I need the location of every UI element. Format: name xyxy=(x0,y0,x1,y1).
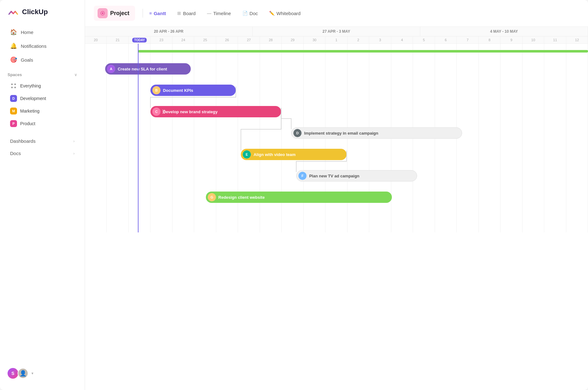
date-range-1: 27 APR - 3 MAY xyxy=(253,27,421,36)
sidebar-item-marketing[interactable]: M Marketing xyxy=(3,105,82,117)
task-label: Implement strategy in email campaign xyxy=(304,131,378,136)
task-row[interactable]: FPlan new TV ad campaign xyxy=(85,166,588,185)
day-cell-2: 2 xyxy=(348,36,369,43)
day-cell-10: 10 xyxy=(523,36,544,43)
task-avatar: E xyxy=(243,150,251,159)
user-avatar-photo: 👤 xyxy=(18,368,28,379)
everything-icon xyxy=(10,82,17,89)
development-badge: D xyxy=(10,95,17,102)
topbar: Project ≡ Gantt ⊞ Board — Timeline 📄 Doc… xyxy=(85,0,588,27)
gantt-body[interactable]: ACreate new SLA for clientBDocument KPIs… xyxy=(85,44,588,390)
task-label: Document KPIs xyxy=(163,88,193,93)
whiteboard-icon: ✏️ xyxy=(269,11,274,16)
day-cell-30: 30 xyxy=(304,36,325,43)
date-ranges-row: 20 APR - 26 APR 27 APR - 3 MAY 4 MAY - 1… xyxy=(85,27,588,36)
task-bar-t7[interactable]: GRedesign client website xyxy=(206,192,392,203)
spaces-chevron-icon[interactable]: ∨ xyxy=(74,73,77,77)
task-row[interactable]: GRedesign client website xyxy=(85,188,588,207)
task-row[interactable]: DImplement strategy in email campaign xyxy=(85,124,588,142)
dashboards-arrow-icon: › xyxy=(73,139,75,143)
task-bar-t2[interactable]: BDocument KPIs xyxy=(150,85,236,96)
product-badge: P xyxy=(10,120,17,127)
board-icon: ⊞ xyxy=(177,11,181,16)
svg-text:A: A xyxy=(110,67,112,71)
task-row[interactable]: BDocument KPIs xyxy=(85,81,588,100)
topbar-divider xyxy=(143,9,143,18)
progress-bar-row xyxy=(85,49,588,53)
day-cell-24: 24 xyxy=(172,36,194,43)
sidebar-item-home[interactable]: 🏠 Home xyxy=(3,25,82,39)
svg-text:D: D xyxy=(296,131,299,135)
day-cell-8: 8 xyxy=(479,36,500,43)
sidebar-item-dashboards[interactable]: Dashboards › xyxy=(3,135,82,147)
view-tabs: ≡ Gantt ⊞ Board — Timeline 📄 Doc ✏️ Whit… xyxy=(144,8,306,18)
task-avatar: B xyxy=(152,86,161,94)
date-range-0: 20 APR - 26 APR xyxy=(85,27,253,36)
gantt-view: 20 APR - 26 APR 27 APR - 3 MAY 4 MAY - 1… xyxy=(85,27,588,390)
sidebar-item-docs[interactable]: Docs › xyxy=(3,147,82,159)
user-dropdown-icon[interactable]: ▾ xyxy=(31,371,33,376)
sidebar-item-notifications[interactable]: 🔔 Notifications xyxy=(3,39,82,53)
sidebar-item-development[interactable]: D Development xyxy=(3,92,82,105)
task-row[interactable]: EAlign with video team xyxy=(85,145,588,164)
tab-doc[interactable]: 📄 Doc xyxy=(237,8,263,18)
task-bar-t6[interactable]: FPlan new TV ad campaign xyxy=(296,170,417,181)
marketing-label: Marketing xyxy=(20,109,39,114)
task-row[interactable]: ACreate new SLA for client xyxy=(85,59,588,78)
goals-label: Goals xyxy=(21,57,33,63)
project-button[interactable]: Project xyxy=(94,6,135,21)
task-avatar: C xyxy=(152,108,161,116)
svg-text:G: G xyxy=(210,195,213,199)
day-cell-27: 27 xyxy=(238,36,260,43)
day-cell-26: 26 xyxy=(216,36,238,43)
day-cells-row: 2021TODAY2324252627282930123456789101112 xyxy=(85,36,588,43)
task-label: Create new SLA for client xyxy=(118,67,167,71)
day-cell-25: 25 xyxy=(194,36,216,43)
task-row[interactable]: CDevelop new brand strategy xyxy=(85,102,588,121)
home-icon: 🏠 xyxy=(10,29,17,36)
user-area[interactable]: S 👤 ▾ xyxy=(0,363,85,384)
task-bar-t1[interactable]: ACreate new SLA for client xyxy=(105,63,191,75)
task-bar-t5[interactable]: EAlign with video team xyxy=(241,149,347,160)
sidebar-item-goals[interactable]: 🎯 Goals xyxy=(3,53,82,67)
app-name: ClickUp xyxy=(22,8,48,16)
day-cell-5: 5 xyxy=(413,36,435,43)
svg-text:E: E xyxy=(246,153,248,156)
user-avatar-s: S xyxy=(8,368,18,379)
progress-bar-fill xyxy=(138,50,588,53)
tab-whiteboard[interactable]: ✏️ Whiteboard xyxy=(264,8,306,18)
task-avatar: G xyxy=(208,193,216,201)
sidebar-item-product[interactable]: P Product xyxy=(3,117,82,130)
tab-board[interactable]: ⊞ Board xyxy=(172,8,201,18)
svg-point-1 xyxy=(14,84,16,85)
marketing-badge: M xyxy=(10,108,17,114)
drag-grip[interactable] xyxy=(162,110,165,114)
svg-point-0 xyxy=(11,84,13,85)
task-bar-t3[interactable]: CDevelop new brand strategy xyxy=(150,106,281,117)
sidebar-item-everything[interactable]: Everything xyxy=(3,80,82,92)
today-line xyxy=(138,44,139,232)
task-label: Plan new TV ad campaign xyxy=(309,174,359,178)
task-label: Redesign client website xyxy=(218,195,265,200)
everything-label: Everything xyxy=(20,83,41,88)
project-icon xyxy=(98,8,108,18)
doc-icon: 📄 xyxy=(242,11,248,16)
task-avatar: D xyxy=(293,129,302,137)
logo-area: ClickUp xyxy=(0,6,85,25)
day-cell-21: 21 xyxy=(107,36,128,43)
day-cell-28: 28 xyxy=(260,36,282,43)
svg-point-4 xyxy=(102,13,104,14)
day-cell-6: 6 xyxy=(435,36,457,43)
timeline-icon: — xyxy=(207,11,211,16)
day-cell-29: 29 xyxy=(282,36,303,43)
day-cell-11: 11 xyxy=(544,36,566,43)
bell-icon: 🔔 xyxy=(10,42,17,49)
project-label: Project xyxy=(110,10,129,17)
task-bar-t4[interactable]: DImplement strategy in email campaign xyxy=(291,127,462,139)
gantt-grid: ACreate new SLA for clientBDocument KPIs… xyxy=(85,44,588,232)
day-cell-7: 7 xyxy=(457,36,478,43)
tab-gantt[interactable]: ≡ Gantt xyxy=(144,8,171,18)
sidebar: ClickUp 🏠 Home 🔔 Notifications 🎯 Goals S… xyxy=(0,0,85,390)
svg-text:B: B xyxy=(155,88,158,92)
tab-timeline[interactable]: — Timeline xyxy=(202,8,236,18)
